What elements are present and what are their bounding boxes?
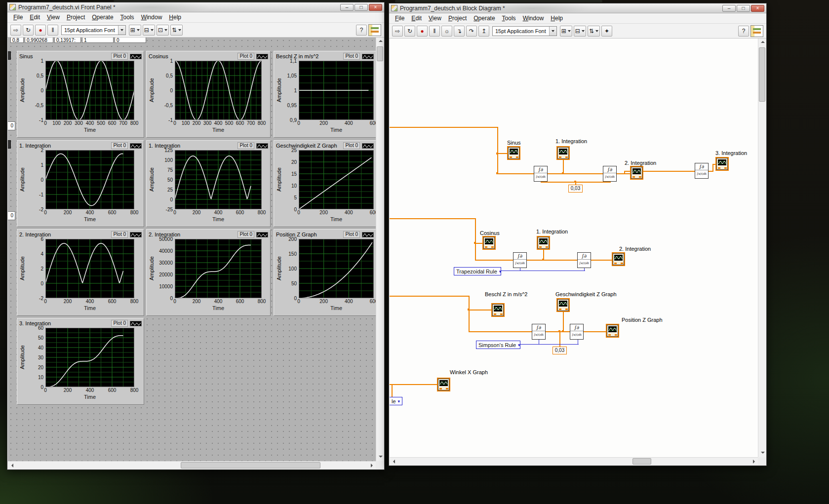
plot-legend[interactable]: Plot 0 bbox=[343, 142, 374, 149]
integral-function-block[interactable]: ∫∂∫x(t)dt bbox=[695, 163, 709, 179]
vertical-scrollbar[interactable] bbox=[758, 39, 766, 457]
integral-function-block[interactable]: ∫∂∫x(t)dt bbox=[577, 252, 591, 268]
plot-area[interactable] bbox=[45, 328, 134, 387]
waveform-graph-geschwindigkeit-z[interactable]: Geschwindigkeit Z GraphPlot 0Amplitude25… bbox=[274, 140, 376, 227]
node-label-beschl-z[interactable]: Beschl Z in m/s^2 bbox=[485, 291, 527, 297]
wire-segment[interactable] bbox=[578, 340, 578, 345]
node-label-winkel-x[interactable]: Winkel X Graph bbox=[450, 369, 488, 375]
waveform-graph-integration2-sinus[interactable]: 2. IntegrationPlot 0Amplitude6420-202004… bbox=[17, 229, 144, 316]
plot-legend[interactable]: Plot 0 bbox=[111, 320, 142, 327]
step-over-button[interactable]: ↷ bbox=[466, 26, 477, 37]
numeric-indicator[interactable]: 0,8 bbox=[10, 38, 24, 43]
wire-segment[interactable] bbox=[584, 331, 607, 332]
help-button[interactable]: ? bbox=[356, 25, 367, 36]
close-button[interactable]: × bbox=[751, 5, 764, 12]
node-label-integration3[interactable]: 3. Integration bbox=[715, 150, 747, 156]
menu-file[interactable]: File bbox=[10, 13, 26, 22]
menu-operate[interactable]: Operate bbox=[470, 14, 498, 23]
scrollbar-thumb[interactable] bbox=[759, 47, 765, 102]
wire-segment[interactable] bbox=[617, 173, 631, 174]
wire-segment[interactable] bbox=[527, 260, 578, 261]
wire-segment[interactable] bbox=[390, 127, 498, 128]
wire-segment[interactable] bbox=[497, 127, 498, 174]
scroll-left-arrow[interactable] bbox=[8, 462, 15, 469]
menu-help[interactable]: Help bbox=[547, 14, 566, 23]
waveform-graph-integration2-cosinus[interactable]: 2. IntegrationPlot 0Amplitude50000400003… bbox=[146, 229, 271, 316]
wire-segment[interactable] bbox=[712, 164, 713, 172]
title-bar[interactable]: Programm7_deutsch.vi Block Diagram * – □… bbox=[389, 3, 766, 13]
scrollbar-thumb[interactable] bbox=[632, 458, 651, 465]
numeric-indicator[interactable]: 0 bbox=[115, 38, 146, 43]
menu-operate[interactable]: Operate bbox=[88, 13, 117, 22]
waveform-graph-sinus[interactable]: SinusPlot 0Amplitude10,50-0,5-1010020030… bbox=[17, 51, 144, 138]
waveform-graph-terminal-integration1b[interactable] bbox=[537, 236, 550, 250]
numeric-indicator[interactable]: 0 bbox=[8, 121, 15, 130]
plot-legend[interactable]: Plot 0 bbox=[343, 231, 374, 238]
menu-tools[interactable]: Tools bbox=[117, 13, 138, 22]
wire-segment[interactable] bbox=[591, 260, 613, 261]
resize-objects-button[interactable]: ⊡ bbox=[157, 25, 169, 36]
help-button[interactable]: ? bbox=[738, 26, 749, 37]
plot-legend[interactable]: Plot 0 bbox=[237, 142, 268, 149]
menu-edit[interactable]: Edit bbox=[408, 14, 425, 23]
waveform-graph-terminal-beschl-z[interactable] bbox=[491, 303, 505, 317]
waveform-graph-terminal-sinus[interactable] bbox=[507, 146, 520, 160]
waveform-graph-terminal-integration3[interactable] bbox=[715, 157, 729, 171]
vi-icon[interactable] bbox=[750, 25, 763, 37]
wire-segment[interactable] bbox=[539, 340, 539, 345]
maximize-button[interactable]: □ bbox=[737, 5, 750, 12]
numeric-constant-dt[interactable]: 0,03 bbox=[553, 347, 567, 354]
wire-segment[interactable] bbox=[563, 312, 564, 332]
plot-legend[interactable]: Plot 0 bbox=[237, 231, 268, 238]
font-selector[interactable]: 15pt Application Font bbox=[61, 25, 126, 35]
plot-area[interactable] bbox=[299, 150, 374, 209]
wire-segment[interactable] bbox=[392, 384, 393, 398]
highlight-execution-button[interactable]: ☼ bbox=[441, 26, 452, 37]
integral-function-block[interactable]: ∫∂∫x(t)dt bbox=[570, 324, 584, 340]
abort-button[interactable]: ● bbox=[35, 25, 46, 36]
numeric-indicator[interactable]: 0,13917: bbox=[54, 38, 81, 43]
waveform-graph-terminal-geschwindigkeit-z[interactable] bbox=[556, 298, 570, 312]
plot-area[interactable] bbox=[299, 61, 374, 120]
horizontal-scrollbar[interactable] bbox=[8, 461, 376, 469]
menu-project[interactable]: Project bbox=[445, 14, 470, 23]
waveform-graph-integration1-sinus[interactable]: 1. IntegrationPlot 0Amplitude210-1-20200… bbox=[17, 140, 144, 227]
wire-segment[interactable] bbox=[520, 344, 579, 345]
menu-edit[interactable]: Edit bbox=[26, 13, 43, 22]
integral-function-block[interactable]: ∫∂∫x(t)dt bbox=[513, 252, 527, 268]
menu-file[interactable]: File bbox=[392, 14, 408, 23]
plot-legend[interactable]: Plot 0 bbox=[237, 53, 268, 60]
align-objects-button[interactable]: ⊞ bbox=[560, 26, 572, 37]
menu-view[interactable]: View bbox=[43, 13, 63, 22]
plot-area[interactable] bbox=[175, 150, 262, 209]
wire-segment[interactable] bbox=[497, 153, 508, 154]
front-panel-canvas[interactable]: 0,8 0,990268 0,13917: 1 0 0 0 SinusPlot … bbox=[8, 38, 376, 461]
block-diagram-canvas[interactable]: Sinus 1. Integration ∫∂∫x(t)dt 2. Integr… bbox=[390, 39, 758, 457]
waveform-graph-terminal-integration1[interactable] bbox=[556, 146, 570, 160]
wire-segment[interactable] bbox=[469, 296, 470, 332]
ring-constant-simpsons-rule[interactable]: Simpson's Rule bbox=[476, 341, 520, 349]
menu-project[interactable]: Project bbox=[63, 13, 88, 22]
wire-segment[interactable] bbox=[475, 260, 514, 261]
plot-area[interactable] bbox=[45, 239, 134, 298]
minimize-button[interactable]: – bbox=[722, 5, 736, 12]
plot-area[interactable] bbox=[45, 61, 134, 120]
waveform-graph-terminal-cosinus[interactable] bbox=[482, 236, 496, 250]
node-label-sinus[interactable]: Sinus bbox=[507, 140, 521, 146]
waveform-graph-beschl-z[interactable]: Beschl Z in m/s^2Plot 0Amplitude1,11,051… bbox=[274, 51, 376, 138]
scroll-left-arrow[interactable] bbox=[390, 458, 397, 465]
step-into-button[interactable]: ↴ bbox=[454, 26, 465, 37]
scroll-down-arrow[interactable] bbox=[376, 454, 384, 461]
node-label-cosinus[interactable]: Cosinus bbox=[480, 230, 500, 236]
vertical-scrollbar[interactable] bbox=[376, 38, 384, 461]
waveform-graph-terminal-integration2b[interactable] bbox=[612, 252, 625, 266]
pause-button[interactable]: ‖ bbox=[429, 26, 440, 37]
integral-function-block[interactable]: ∫∂∫x(t)dt bbox=[532, 324, 546, 340]
wire-segment[interactable] bbox=[475, 218, 476, 261]
plot-legend[interactable]: Plot 0 bbox=[111, 231, 142, 238]
close-button[interactable]: × bbox=[369, 4, 382, 11]
wire-segment[interactable] bbox=[584, 268, 585, 271]
waveform-graph-cosinus[interactable]: CosinusPlot 0Amplitude10,50-0,5-10100200… bbox=[146, 51, 271, 138]
ring-constant-clipped[interactable]: le bbox=[390, 397, 402, 405]
wire-segment[interactable] bbox=[390, 384, 438, 385]
